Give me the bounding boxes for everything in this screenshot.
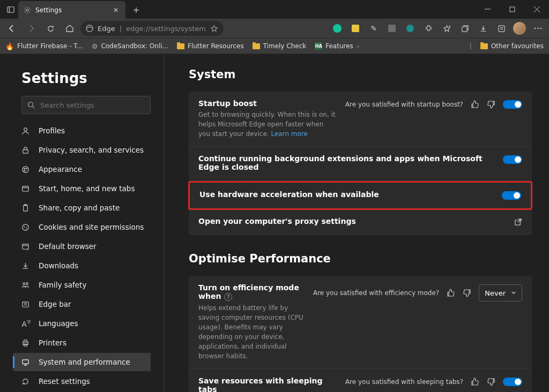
row-background-apps: Continue running background extensions a… xyxy=(189,147,532,182)
setting-title: Use hardware acceleration when available xyxy=(199,190,493,199)
menu-button[interactable] xyxy=(530,20,546,36)
extensions-button[interactable] xyxy=(420,20,436,36)
svg-rect-34 xyxy=(23,244,28,248)
nav-share[interactable]: Share, copy and paste xyxy=(13,199,151,217)
page-title: Settings xyxy=(21,70,151,86)
forward-button[interactable] xyxy=(23,20,40,37)
close-window-button[interactable] xyxy=(524,0,549,19)
lock-icon xyxy=(21,146,31,154)
refresh-button[interactable] xyxy=(42,20,59,37)
nav-printers[interactable]: Printers xyxy=(13,334,151,352)
bookmark-item[interactable]: Flutter Resources xyxy=(177,42,244,50)
bookmark-item[interactable]: Timely Check xyxy=(253,42,307,50)
extension-teal[interactable] xyxy=(402,20,418,36)
reader-button[interactable] xyxy=(493,20,509,36)
svg-rect-42 xyxy=(24,340,27,342)
svg-point-23 xyxy=(23,166,28,172)
setting-title: Save resources with sleeping tabs xyxy=(198,376,337,392)
svg-rect-44 xyxy=(23,359,28,364)
folder-icon xyxy=(253,43,260,49)
profile-icon xyxy=(21,127,31,135)
extension-notes[interactable] xyxy=(347,20,363,36)
edge-logo-icon xyxy=(86,25,93,32)
svg-rect-13 xyxy=(498,25,504,31)
nav-default-browser[interactable]: Default browser xyxy=(13,237,151,255)
nav-family[interactable]: Family safety xyxy=(13,276,151,294)
bookmarks-overflow[interactable]: » xyxy=(357,43,360,49)
nav-appearance[interactable]: Appearance xyxy=(13,160,151,178)
other-favourites[interactable]: Other favourites xyxy=(480,42,544,50)
nav-languages[interactable]: A字Languages xyxy=(13,314,151,333)
thumbs-down-icon[interactable] xyxy=(487,378,495,386)
bookmark-item[interactable]: ⚙CodeSandbox: Onli... xyxy=(92,42,168,50)
downloads-button[interactable] xyxy=(475,20,491,36)
svg-rect-29 xyxy=(24,205,28,210)
nav-system[interactable]: System and performance xyxy=(13,353,151,371)
profile-avatar[interactable] xyxy=(511,20,528,36)
address-bar[interactable]: Edge | edge://settings/system xyxy=(80,21,224,36)
svg-point-19 xyxy=(28,102,33,107)
row-proxy-settings[interactable]: Open your computer's proxy settings xyxy=(189,209,532,235)
new-tab-button[interactable] xyxy=(128,2,145,19)
gear-icon xyxy=(24,6,31,14)
system-card: Startup boost Get to browsing quickly. W… xyxy=(189,92,532,235)
nav-downloads[interactable]: Downloads xyxy=(13,257,151,275)
thumbs-up-icon[interactable] xyxy=(447,289,455,297)
bookmark-item[interactable]: 🔥Flutter Firebase - T... xyxy=(5,42,83,50)
back-button[interactable] xyxy=(3,20,20,37)
nav-start[interactable]: Start, home, and new tabs xyxy=(13,179,151,198)
nav-profiles[interactable]: Profiles xyxy=(13,122,151,140)
thumbs-up-icon[interactable] xyxy=(471,378,479,386)
feedback-text: Are you satisfied with efficiency mode? xyxy=(313,289,439,297)
collections-button[interactable] xyxy=(457,20,473,36)
extension-generic[interactable] xyxy=(384,20,400,36)
chevron-down-icon xyxy=(511,290,516,296)
printer-icon xyxy=(21,339,31,347)
nav-edge-bar[interactable]: Edge bar xyxy=(13,295,151,313)
toggle-sleeping-tabs[interactable] xyxy=(503,378,522,386)
extension-grammarly[interactable] xyxy=(329,20,345,36)
favorite-star-icon[interactable] xyxy=(210,25,218,33)
help-icon[interactable]: ? xyxy=(224,293,232,301)
row-startup-boost: Startup boost Get to browsing quickly. W… xyxy=(189,92,532,147)
extension-pen[interactable]: ✎ xyxy=(366,20,382,36)
toolbar: Edge | edge://settings/system ✎ xyxy=(0,19,549,38)
nav-cookies[interactable]: Cookies and site permissions xyxy=(13,218,151,236)
favorites-button[interactable] xyxy=(439,20,455,36)
search-input[interactable] xyxy=(40,101,145,109)
bookmarks-bar: 🔥Flutter Firebase - T... ⚙CodeSandbox: O… xyxy=(0,38,549,54)
svg-point-36 xyxy=(23,282,25,284)
svg-point-32 xyxy=(24,227,25,227)
nav-privacy[interactable]: Privacy, search, and services xyxy=(13,141,151,159)
setting-title: Startup boost xyxy=(198,99,337,108)
learn-more-link[interactable]: Learn more xyxy=(271,130,307,138)
toggle-startup-boost[interactable] xyxy=(503,100,522,109)
svg-point-26 xyxy=(24,170,25,171)
svg-point-24 xyxy=(24,168,25,169)
svg-line-20 xyxy=(33,107,35,109)
thumbs-down-icon[interactable] xyxy=(463,289,471,297)
maximize-button[interactable] xyxy=(500,0,524,19)
efficiency-select[interactable]: Never xyxy=(479,284,522,301)
settings-sidebar: Settings Profiles Privacy, search, and s… xyxy=(0,54,164,392)
minimize-button[interactable] xyxy=(475,0,500,19)
toggle-hardware-acceleration[interactable] xyxy=(502,191,521,200)
feedback-text: Are you satisfied with sleeping tabs? xyxy=(345,378,463,386)
tab-actions-button[interactable] xyxy=(3,0,18,19)
fire-icon: 🔥 xyxy=(5,42,14,50)
home-button[interactable] xyxy=(61,20,78,37)
svg-rect-22 xyxy=(23,149,28,153)
close-tab-button[interactable]: ✕ xyxy=(112,6,120,14)
thumbs-down-icon[interactable] xyxy=(487,100,495,109)
row-sleeping-tabs: Save resources with sleeping tabs When t… xyxy=(189,369,532,392)
svg-point-21 xyxy=(24,127,27,131)
svg-point-31 xyxy=(23,224,28,230)
bookmark-item[interactable]: HAFeatures xyxy=(315,42,353,50)
svg-rect-38 xyxy=(23,301,28,306)
toggle-background-apps[interactable] xyxy=(503,155,522,164)
nav-reset[interactable]: Reset settings xyxy=(13,372,151,390)
search-settings[interactable] xyxy=(21,96,151,114)
browser-tab-active[interactable]: Settings ✕ xyxy=(18,1,125,19)
section-heading-optimise: Optimise Performance xyxy=(189,252,532,265)
thumbs-up-icon[interactable] xyxy=(471,100,479,109)
